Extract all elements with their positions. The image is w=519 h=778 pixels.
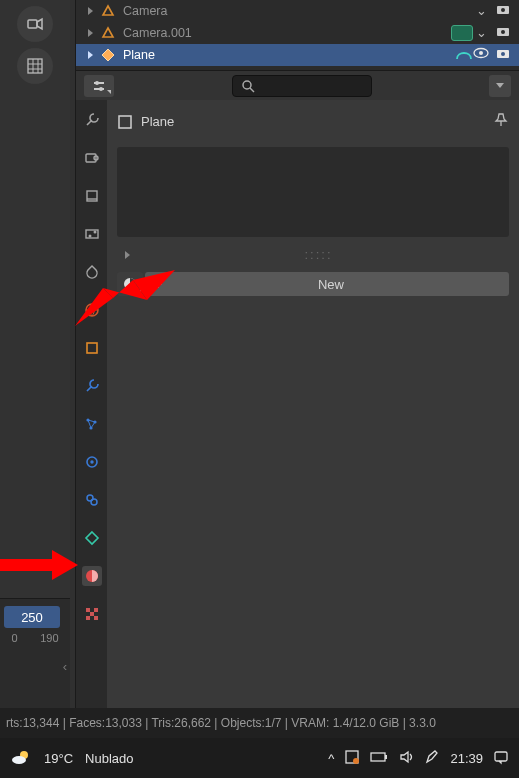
svg-rect-43 bbox=[371, 753, 385, 761]
timeline-tick: 190 bbox=[40, 632, 58, 648]
svg-point-30 bbox=[91, 499, 97, 505]
render-toggle-icon[interactable] bbox=[495, 47, 511, 64]
pin-toggle-icon[interactable] bbox=[493, 112, 509, 131]
outliner-row-plane[interactable]: Plane bbox=[76, 44, 519, 66]
grid-icon bbox=[26, 57, 44, 75]
properties-options-button[interactable] bbox=[489, 75, 511, 97]
tab-material[interactable] bbox=[82, 566, 102, 586]
taskbar-clock[interactable]: 21:39 bbox=[450, 751, 483, 766]
tray-chevron-icon[interactable]: ^ bbox=[328, 751, 334, 766]
svg-point-20 bbox=[88, 235, 91, 238]
notifications-icon[interactable] bbox=[493, 749, 509, 768]
tab-scene[interactable] bbox=[82, 262, 102, 282]
os-taskbar: 19°C Nublado ^ 21:39 bbox=[0, 738, 519, 778]
movie-camera-icon bbox=[26, 15, 44, 33]
tab-render[interactable] bbox=[82, 148, 102, 168]
svg-point-9 bbox=[501, 52, 505, 56]
area-resize-handle[interactable]: ‹ bbox=[63, 659, 67, 674]
svg-point-7 bbox=[479, 51, 483, 55]
svg-point-3 bbox=[501, 8, 505, 12]
weather-icon[interactable] bbox=[10, 746, 32, 771]
mesh-outline-icon bbox=[117, 114, 133, 130]
display-mode-dropdown[interactable] bbox=[84, 75, 114, 97]
scene-stats: rts:13,344 | Faces:13,033 | Tris:26,662 … bbox=[6, 716, 436, 730]
outliner-row-camera001[interactable]: Camera.001 ⌄ bbox=[76, 22, 519, 44]
render-toggle-icon[interactable] bbox=[495, 3, 511, 20]
weather-desc: Nublado bbox=[85, 751, 133, 766]
tab-world[interactable] bbox=[82, 300, 102, 320]
tray-volume-icon[interactable] bbox=[398, 749, 414, 768]
visibility-toggle-icon[interactable] bbox=[473, 47, 489, 64]
tab-modifier[interactable] bbox=[82, 376, 102, 396]
outliner-panel: Camera ⌄ Camera.001 ⌄ Plane bbox=[75, 0, 519, 70]
svg-point-14 bbox=[243, 81, 251, 89]
tab-view-layer[interactable] bbox=[82, 224, 102, 244]
tray-app-icon[interactable] bbox=[344, 749, 360, 768]
material-ball-icon bbox=[122, 276, 138, 292]
status-bar: rts:13,344 | Faces:13,033 | Tris:26,662 … bbox=[0, 708, 519, 738]
material-properties-panel: Plane ::::: + − + New bbox=[107, 100, 519, 708]
material-slot-list[interactable] bbox=[117, 147, 509, 237]
chevron-down-icon bbox=[496, 83, 504, 88]
weather-temp: 19°C bbox=[44, 751, 73, 766]
plus-icon: + bbox=[145, 277, 171, 292]
properties-header bbox=[75, 70, 519, 100]
render-toggle-icon[interactable] bbox=[495, 25, 511, 42]
svg-point-42 bbox=[353, 758, 359, 764]
outliner-item-label: Plane bbox=[123, 48, 455, 62]
collection-badge-icon bbox=[451, 25, 473, 41]
material-browse-dropdown[interactable] bbox=[117, 272, 143, 296]
viewport-tool-circle[interactable] bbox=[17, 48, 53, 84]
drag-handle-icon[interactable]: ::::: bbox=[304, 247, 332, 262]
expand-icon[interactable] bbox=[88, 29, 93, 37]
slot-list-footer[interactable]: ::::: bbox=[117, 243, 509, 266]
new-material-label: New bbox=[171, 277, 509, 292]
svg-rect-32 bbox=[86, 608, 90, 612]
svg-rect-37 bbox=[119, 116, 131, 128]
outliner-item-label: Camera.001 bbox=[123, 26, 451, 40]
outliner-item-label: Camera bbox=[123, 4, 473, 18]
svg-point-13 bbox=[99, 87, 103, 91]
tab-particle[interactable] bbox=[82, 414, 102, 434]
svg-rect-44 bbox=[385, 755, 387, 759]
visibility-toggle-icon[interactable]: ⌄ bbox=[473, 25, 489, 42]
camera-icon bbox=[99, 24, 117, 42]
svg-rect-35 bbox=[86, 616, 90, 620]
svg-rect-23 bbox=[87, 343, 97, 353]
tray-pen-icon[interactable] bbox=[424, 749, 440, 768]
timeline-area: 250 0 190 ‹ bbox=[0, 598, 70, 708]
svg-line-15 bbox=[250, 88, 254, 92]
system-tray: ^ 21:39 bbox=[328, 749, 509, 768]
tab-data[interactable] bbox=[82, 528, 102, 548]
current-frame-badge[interactable]: 250 bbox=[4, 606, 60, 628]
expand-icon[interactable] bbox=[88, 51, 93, 59]
tab-output[interactable] bbox=[82, 186, 102, 206]
svg-point-28 bbox=[90, 460, 93, 463]
modifier-badge-icon bbox=[455, 47, 473, 64]
svg-rect-36 bbox=[94, 616, 98, 620]
tab-tool[interactable] bbox=[82, 110, 102, 130]
properties-search-input[interactable] bbox=[232, 75, 372, 97]
camera-icon bbox=[99, 2, 117, 20]
tab-physics[interactable] bbox=[82, 452, 102, 472]
expand-icon[interactable] bbox=[125, 251, 130, 259]
viewport-left-strip: 250 0 190 ‹ bbox=[0, 0, 70, 778]
viewport-tool-circle[interactable] bbox=[17, 6, 53, 42]
timeline-ruler: 0 190 bbox=[0, 632, 70, 648]
tab-texture[interactable] bbox=[82, 604, 102, 624]
panel-breadcrumb: Plane bbox=[117, 112, 509, 131]
outliner-row-camera[interactable]: Camera ⌄ bbox=[76, 0, 519, 22]
sliders-icon bbox=[92, 79, 106, 93]
svg-point-21 bbox=[93, 231, 96, 234]
svg-rect-33 bbox=[94, 608, 98, 612]
visibility-toggle-icon[interactable]: ⌄ bbox=[473, 3, 489, 20]
tab-constraint[interactable] bbox=[82, 490, 102, 510]
new-material-button[interactable]: + New bbox=[145, 272, 509, 296]
properties-tab-strip bbox=[75, 100, 107, 708]
tab-object[interactable] bbox=[82, 338, 102, 358]
tray-battery-icon[interactable] bbox=[370, 750, 388, 767]
timeline-tick: 0 bbox=[11, 632, 17, 648]
expand-icon[interactable] bbox=[88, 7, 93, 15]
search-icon bbox=[241, 79, 255, 93]
svg-point-40 bbox=[12, 756, 26, 764]
